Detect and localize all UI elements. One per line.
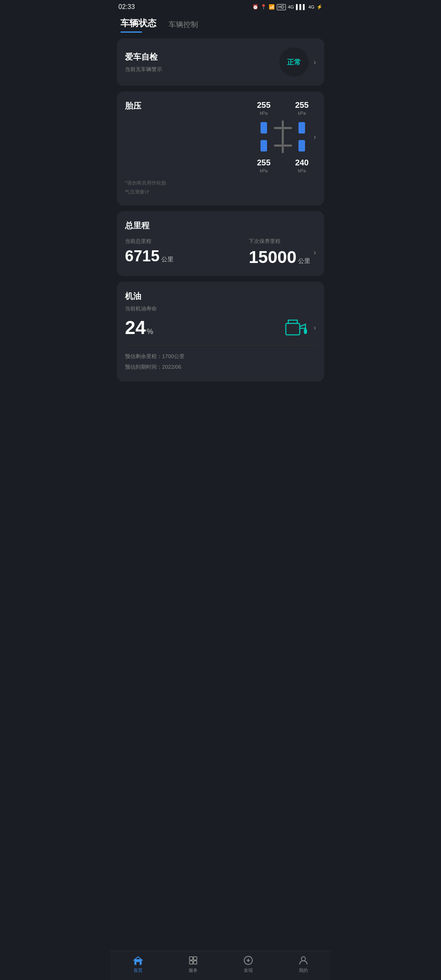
tire-block-bottom-left [261,140,267,151]
next-mileage: 下次保养里程 15000 公里 [249,238,310,267]
hd-icon: HD [277,4,286,10]
tire-bottom-left: 255 kPa [257,158,270,173]
location-icon: 📍 [261,4,267,10]
next-mileage-unit: 公里 [298,257,310,265]
current-mileage-label: 当前总里程 [125,238,174,245]
main-nav-tabs: 车辆状态 车辆控制 [110,13,331,33]
signal-bars-icon: ▌▌▌ [296,4,307,10]
wifi-icon: 📶 [269,4,275,10]
status-circle: 正常 [279,47,309,77]
status-icons: ⏰ 📍 📶 HD 4G ▌▌▌ 4G ⚡ [252,4,323,10]
tire-diagram: 255 kPa 255 kPa [257,100,309,173]
oil-card: 机油 当前机油寿命 24 % › [117,282,324,381]
tire-block-top-left [261,122,267,134]
tab-vehicle-status[interactable]: 车辆状态 [120,17,156,33]
current-mileage-unit: 公里 [161,256,174,263]
next-mileage-value: 15000 [249,247,296,267]
oil-detail-expiry: 预估到期时间：2022/06 [125,362,316,372]
tire-top-right: 255 kPa [295,100,309,116]
oil-main-row: 24 % › [125,316,316,339]
svg-rect-0 [286,323,300,335]
signal-4g-icon: 4G [288,4,294,9]
tire-block-bottom-right [298,140,305,151]
oil-title: 机油 [125,291,316,302]
tire-bottom-right: 240 kPa [295,158,309,173]
oil-percent-sign: % [147,327,153,336]
self-check-right: 正常 › [279,47,316,77]
next-mileage-label: 下次保养里程 [249,238,310,245]
tire-pressure-card: 胎压 255 kPa 255 kPa [117,91,324,205]
battery-icon: ⚡ [316,4,323,10]
next-mileage-area: 下次保养里程 15000 公里 › [249,238,316,267]
car-center [272,109,294,165]
mileage-arrow[interactable]: › [314,248,316,257]
tire-arrow[interactable]: › [314,133,316,141]
mileage-card: 总里程 当前总里程 6715 公里 下次保养里程 15000 公里 › [117,211,324,276]
oil-label: 当前机油寿命 [125,305,316,312]
alarm-icon: ⏰ [252,4,258,10]
tire-top-left: 255 kPa [257,100,270,116]
tab-vehicle-control[interactable]: 车辆控制 [169,20,198,33]
tire-pressure-title: 胎压 [125,100,141,111]
oil-can-icon [283,318,309,337]
self-check-subtitle: 当前无车辆警示 [125,66,162,73]
oil-right: › [283,318,316,337]
current-mileage: 当前总里程 6715 公里 [125,238,174,265]
tire-note-area: *请勿将其用作轮胎 气压测量计 [125,179,316,196]
tire-note-2: 气压测量计 [125,188,316,197]
self-check-title: 爱车自检 [125,51,162,62]
status-label: 正常 [287,58,301,67]
mileage-title: 总里程 [125,220,316,231]
oil-percentage: 24 % [125,316,153,339]
oil-number: 24 [125,316,146,339]
self-check-arrow[interactable]: › [314,58,316,67]
oil-detail-remaining: 预估剩余里程：1700公里 [125,351,316,362]
oil-arrow[interactable]: › [314,323,316,332]
status-bar: 02:33 ⏰ 📍 📶 HD 4G ▌▌▌ 4G ⚡ [110,0,331,13]
tire-note-1: *请勿将其用作轮胎 [125,179,316,188]
self-check-info: 爱车自检 当前无车辆警示 [125,51,162,73]
self-check-card: 爱车自检 当前无车辆警示 正常 › [117,38,324,86]
oil-details: 预估剩余里程：1700公里 预估到期时间：2022/06 [125,345,316,372]
status-time: 02:33 [118,3,135,11]
signal-4g2-icon: 4G [308,4,314,9]
tire-block-top-right [298,122,305,134]
current-mileage-value: 6715 [125,247,160,265]
content-area: 爱车自检 当前无车辆警示 正常 › 胎压 [110,38,331,420]
